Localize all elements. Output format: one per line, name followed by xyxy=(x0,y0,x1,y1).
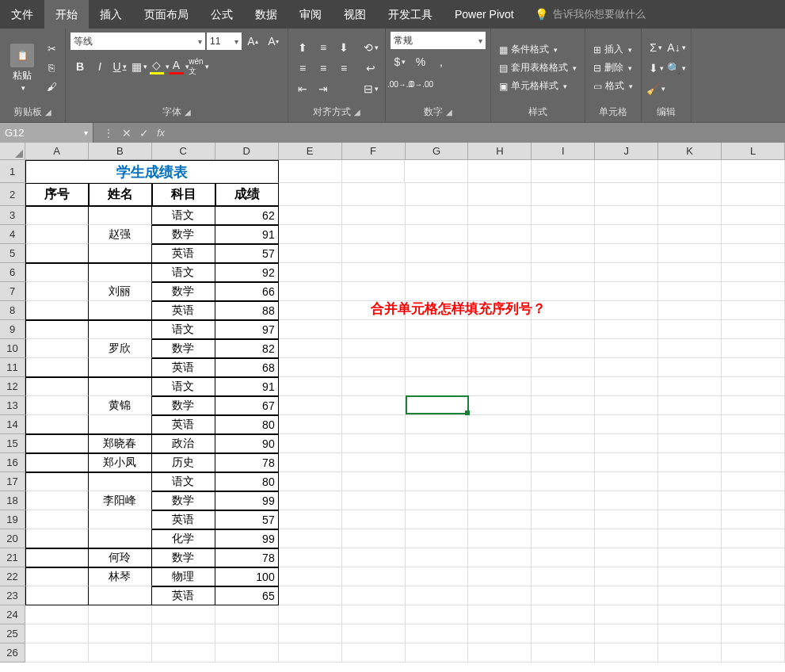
row-header-20[interactable]: 20 xyxy=(0,529,25,548)
cell[interactable] xyxy=(468,586,532,605)
cell[interactable] xyxy=(722,301,785,320)
format-cells-button[interactable]: ▭格式▾ xyxy=(590,78,636,94)
cell[interactable] xyxy=(406,377,469,396)
cell[interactable] xyxy=(279,160,342,183)
cell[interactable] xyxy=(595,586,658,605)
cell[interactable] xyxy=(279,548,342,567)
cell[interactable] xyxy=(279,225,342,244)
cell[interactable] xyxy=(658,472,722,491)
cell[interactable] xyxy=(658,358,722,377)
cell[interactable] xyxy=(468,472,532,491)
cell[interactable] xyxy=(25,434,89,453)
cell[interactable] xyxy=(658,491,722,510)
cell[interactable]: 语文 xyxy=(152,263,215,282)
cell[interactable] xyxy=(215,643,279,662)
cell[interactable]: 67 xyxy=(215,396,279,415)
cell[interactable] xyxy=(89,244,152,263)
cell[interactable]: 英语 xyxy=(152,415,215,434)
confirm-formula-button[interactable]: ✓ xyxy=(139,127,149,139)
row-header-21[interactable]: 21 xyxy=(0,548,25,567)
cell[interactable] xyxy=(658,339,722,358)
cell[interactable] xyxy=(279,396,342,415)
tab-9[interactable]: Power Pivot xyxy=(444,0,525,29)
cell[interactable] xyxy=(342,206,406,225)
cell[interactable] xyxy=(279,605,342,624)
cell[interactable] xyxy=(722,377,785,396)
cell[interactable] xyxy=(406,415,469,434)
italic-button[interactable]: I xyxy=(90,57,109,76)
cell[interactable] xyxy=(342,415,406,434)
cell[interactable]: 郑小凤 xyxy=(89,453,152,472)
cell[interactable]: 92 xyxy=(215,263,279,282)
cell[interactable] xyxy=(279,358,342,377)
cell[interactable] xyxy=(658,434,722,453)
cell[interactable] xyxy=(468,282,532,301)
cell[interactable] xyxy=(658,415,722,434)
cell[interactable] xyxy=(532,548,595,567)
cell[interactable] xyxy=(406,320,469,339)
number-format-combo[interactable]: 常规▾ xyxy=(391,32,486,49)
row-header-17[interactable]: 17 xyxy=(0,472,25,491)
tab-4[interactable]: 公式 xyxy=(200,0,244,29)
row-header-6[interactable]: 6 xyxy=(0,263,25,282)
cell[interactable] xyxy=(279,244,342,263)
cell[interactable] xyxy=(406,643,469,662)
cell[interactable]: 80 xyxy=(215,415,279,434)
cell[interactable]: 语文 xyxy=(152,206,215,225)
cell[interactable]: 80 xyxy=(215,472,279,491)
percent-button[interactable]: % xyxy=(411,52,430,71)
cell[interactable] xyxy=(658,183,722,206)
tab-1[interactable]: 开始 xyxy=(44,0,89,29)
row-header-25[interactable]: 25 xyxy=(0,624,25,643)
cell[interactable] xyxy=(406,206,469,225)
align-left-button[interactable]: ≡ xyxy=(293,59,312,78)
tab-8[interactable]: 开发工具 xyxy=(377,0,444,29)
cell[interactable] xyxy=(532,282,595,301)
select-all-corner[interactable] xyxy=(0,143,25,160)
cell[interactable]: 林琴 xyxy=(89,567,152,586)
cell[interactable] xyxy=(722,472,785,491)
cell[interactable] xyxy=(25,453,89,472)
cell[interactable] xyxy=(342,225,406,244)
cell[interactable] xyxy=(406,244,469,263)
cell[interactable] xyxy=(342,472,406,491)
cell[interactable]: 78 xyxy=(215,548,279,567)
copy-button[interactable]: ⎘ xyxy=(43,59,60,77)
cell[interactable] xyxy=(25,605,89,624)
cell[interactable] xyxy=(406,510,469,529)
cell[interactable]: 赵强 xyxy=(89,225,152,244)
cell[interactable] xyxy=(279,529,342,548)
cell[interactable] xyxy=(25,263,89,282)
cell[interactable] xyxy=(406,434,469,453)
cell[interactable] xyxy=(152,643,215,662)
cell[interactable] xyxy=(595,548,658,567)
cell[interactable] xyxy=(468,453,532,472)
cell[interactable]: 90 xyxy=(215,434,279,453)
cell[interactable] xyxy=(25,358,89,377)
cell[interactable]: 66 xyxy=(215,282,279,301)
cell[interactable]: 99 xyxy=(215,491,279,510)
increase-indent-button[interactable]: ⇥ xyxy=(314,79,333,98)
cell[interactable]: 英语 xyxy=(152,586,215,605)
cell[interactable] xyxy=(468,396,532,415)
cell[interactable] xyxy=(342,605,406,624)
cell[interactable] xyxy=(532,263,595,282)
col-header-C[interactable]: C xyxy=(152,143,215,160)
cell[interactable] xyxy=(658,643,722,662)
cell[interactable] xyxy=(25,206,89,225)
cell[interactable] xyxy=(279,624,342,643)
cell[interactable] xyxy=(406,586,469,605)
cell[interactable] xyxy=(595,491,658,510)
row-header-1[interactable]: 1 xyxy=(0,160,25,183)
cell[interactable]: 语文 xyxy=(152,320,215,339)
cell[interactable] xyxy=(595,377,658,396)
cell[interactable] xyxy=(468,491,532,510)
row-header-24[interactable]: 24 xyxy=(0,605,25,624)
col-header-H[interactable]: H xyxy=(468,143,532,160)
cell[interactable] xyxy=(279,643,342,662)
cell[interactable]: 黄锦 xyxy=(89,396,152,415)
align-middle-button[interactable]: ≡ xyxy=(314,38,333,57)
row-header-8[interactable]: 8 xyxy=(0,301,25,320)
font-size-combo[interactable]: 11▾ xyxy=(207,32,242,50)
cell[interactable] xyxy=(722,491,785,510)
